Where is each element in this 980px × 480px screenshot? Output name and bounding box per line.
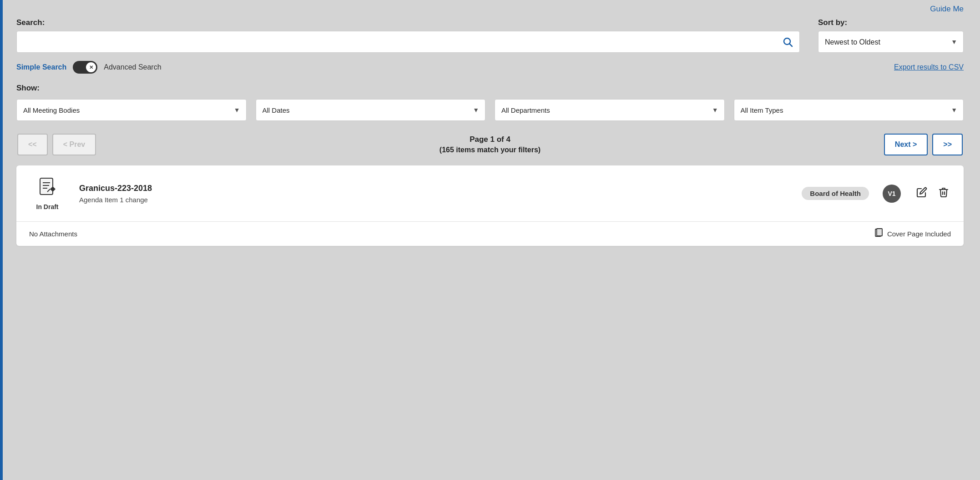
delete-button[interactable] [936,185,951,202]
meeting-bodies-select[interactable]: All Meeting Bodies [16,99,247,121]
last-page-button[interactable]: >> [932,134,963,155]
svg-rect-2 [40,178,53,195]
result-version: V1 [883,185,901,203]
first-page-button[interactable]: << [17,134,48,155]
result-badge: Board of Health [802,187,869,200]
cover-page-label: Cover Page Included [887,230,951,238]
svg-rect-7 [877,229,882,236]
pagination-left: << < Prev [17,134,96,155]
draft-icon-area: In Draft [29,176,66,210]
toggle-knob: ✕ [86,62,96,72]
search-mode-toggle[interactable]: ✕ [73,61,97,74]
no-attachments: No Attachments [29,230,77,238]
sort-section: Sort by: Newest to Oldest Oldest to Newe… [818,18,964,53]
in-draft-label: In Draft [36,203,59,210]
result-id: Granicus-223-2018 [79,184,788,193]
main-content: Search: Sort by: Newest to Oldest Oldest… [0,14,980,260]
filter-row: All Meeting Bodies ▼ All Dates ▼ All Dep… [16,99,964,121]
item-types-wrapper: All Item Types ▼ [734,99,964,121]
toggle-row: Simple Search ✕ Advanced Search Export r… [16,61,964,74]
prev-page-button[interactable]: < Prev [52,134,96,155]
cover-page: Cover Page Included [874,228,951,240]
dates-wrapper: All Dates ▼ [256,99,486,121]
sort-select-wrapper: Newest to Oldest Oldest to Newest Alphab… [818,31,964,53]
pagination-right: Next > >> [884,134,963,155]
top-bar: Guide Me [0,0,980,14]
search-sort-row: Search: Sort by: Newest to Oldest Oldest… [16,18,964,53]
cover-page-icon [874,228,884,240]
edit-button[interactable] [914,185,929,202]
result-info: Granicus-223-2018 Agenda Item 1 change [79,184,788,204]
departments-select[interactable]: All Departments [495,99,725,121]
in-draft-icon [37,176,57,200]
meeting-bodies-wrapper: All Meeting Bodies ▼ [16,99,247,121]
advanced-search-label: Advanced Search [104,63,161,71]
sort-select[interactable]: Newest to Oldest Oldest to Newest Alphab… [818,31,964,53]
pagination-center: Page 1 of 4 (165 items match your filter… [439,135,541,154]
pagination-row: << < Prev Page 1 of 4 (165 items match y… [16,134,964,155]
result-main: In Draft Granicus-223-2018 Agenda Item 1… [16,165,964,221]
page-info: Page 1 of 4 [439,135,541,144]
result-footer: No Attachments Cover Page Included [16,221,964,246]
result-desc: Agenda Item 1 change [79,196,788,204]
items-info: (165 items match your filters) [439,146,541,154]
svg-line-1 [790,44,793,47]
guide-me-link[interactable]: Guide Me [930,5,964,14]
left-accent-bar [0,0,3,480]
result-actions [914,185,951,202]
search-button[interactable] [780,35,795,49]
search-label: Search: [16,18,800,27]
result-card: In Draft Granicus-223-2018 Agenda Item 1… [16,165,964,246]
simple-search-label: Simple Search [16,63,66,71]
export-csv-link[interactable]: Export results to CSV [894,63,964,71]
search-section: Search: [16,18,800,53]
departments-wrapper: All Departments ▼ [495,99,725,121]
dates-select[interactable]: All Dates [256,99,486,121]
show-label: Show: [16,84,964,93]
item-types-select[interactable]: All Item Types [734,99,964,121]
search-input-wrapper [16,31,800,53]
sort-label: Sort by: [818,18,964,27]
next-page-button[interactable]: Next > [884,134,928,155]
search-input[interactable] [17,31,780,52]
